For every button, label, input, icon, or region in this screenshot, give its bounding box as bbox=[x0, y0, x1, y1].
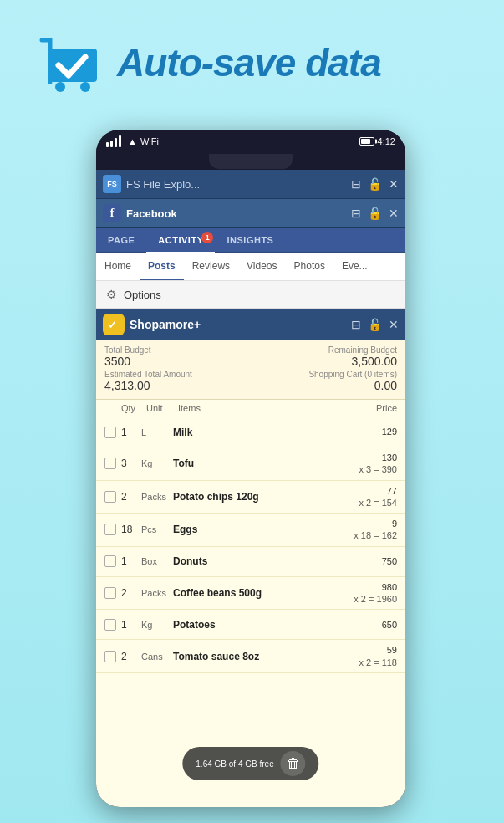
shopamore-tab-row[interactable]: ✓ Shopamore+ ⊟ 🔓 ✕ bbox=[96, 309, 405, 340]
item-checkbox-8[interactable] bbox=[104, 651, 116, 662]
shopping-cart-value: 0.00 bbox=[251, 379, 397, 392]
app-header: Auto-save data bbox=[0, 0, 504, 117]
item-checkbox-6[interactable] bbox=[104, 587, 116, 599]
fb-tab-title: Facebook bbox=[126, 207, 346, 220]
svg-point-1 bbox=[55, 82, 65, 92]
battery-icon bbox=[359, 137, 374, 146]
fs-tab-icon: FS bbox=[103, 175, 121, 193]
shopamore-tab-icon: ✓ bbox=[103, 314, 125, 335]
item-qty-3: 2 bbox=[121, 491, 141, 503]
fb-lock-icon[interactable]: 🔓 bbox=[368, 207, 382, 220]
list-item[interactable]: 3 Kg Tofu 130 x 3 = 390 bbox=[96, 447, 405, 481]
fs-tab-title: FS File Explo... bbox=[126, 178, 346, 191]
item-price-1: 129 bbox=[347, 426, 397, 437]
facebook-tab-row[interactable]: f Facebook ⊟ 🔓 ✕ bbox=[96, 199, 405, 228]
status-bar: ▲ WiFi 4:12 bbox=[96, 130, 405, 153]
item-checkbox-3[interactable] bbox=[104, 491, 116, 503]
nav-reviews[interactable]: Reviews bbox=[184, 253, 238, 280]
svg-point-2 bbox=[80, 82, 90, 92]
estimated-total-label: Estimated Total Amount bbox=[104, 370, 251, 379]
item-checkbox-1[interactable] bbox=[104, 427, 116, 438]
activity-badge: 1 bbox=[201, 232, 213, 243]
item-qty-5: 1 bbox=[121, 555, 141, 567]
status-right: 4:12 bbox=[359, 136, 395, 146]
notch-area bbox=[96, 153, 405, 170]
item-name-6: Coffee beans 500g bbox=[173, 587, 347, 599]
list-item[interactable]: 18 Pcs Eggs 9 x 18 = 162 bbox=[96, 514, 405, 547]
fb-minimize-icon[interactable]: ⊟ bbox=[351, 207, 361, 220]
item-qty-4: 18 bbox=[121, 524, 141, 535]
item-price-3: 77 x 2 = 154 bbox=[347, 485, 397, 509]
estimated-total-col: Estimated Total Amount 4,313.00 bbox=[104, 370, 251, 392]
trash-icon[interactable]: 🗑 bbox=[281, 751, 306, 776]
budget-row-2: Estimated Total Amount 4,313.00 Shopping… bbox=[104, 370, 397, 392]
item-unit-6: Packs bbox=[141, 588, 173, 598]
nav-posts[interactable]: Posts bbox=[140, 253, 184, 280]
shop-close-icon[interactable]: ✕ bbox=[389, 318, 399, 331]
phone-mockup: ▲ WiFi 4:12 FS FS File Explo... ⊟ 🔓 ✕ bbox=[96, 130, 405, 807]
item-name-5: Donuts bbox=[173, 555, 347, 567]
item-name-2: Tofu bbox=[173, 458, 347, 469]
list-item[interactable]: 2 Packs Coffee beans 500g 980 x 2 = 1960 bbox=[96, 577, 405, 611]
col-header-qty: Qty bbox=[121, 403, 146, 413]
nav-videos[interactable]: Videos bbox=[238, 253, 285, 280]
budget-row-1: Total Budget 3500 Remaining Budget 3,500… bbox=[104, 345, 397, 368]
tab-page[interactable]: PAGE bbox=[96, 228, 146, 252]
item-checkbox-5[interactable] bbox=[104, 555, 116, 567]
item-price-8: 59 x 2 = 118 bbox=[347, 644, 397, 668]
fs-tab-controls: ⊟ 🔓 ✕ bbox=[351, 177, 399, 191]
item-checkbox-7[interactable] bbox=[104, 619, 116, 631]
options-row[interactable]: ⚙ Options bbox=[96, 281, 405, 309]
item-unit-7: Kg bbox=[141, 620, 173, 630]
total-budget-label: Total Budget bbox=[104, 345, 251, 355]
fs-lock-icon[interactable]: 🔓 bbox=[368, 177, 382, 191]
nav-more[interactable]: Eve... bbox=[333, 253, 376, 280]
phone-content: FS FS File Explo... ⊟ 🔓 ✕ f Facebook ⊟ 🔓… bbox=[96, 170, 405, 807]
storage-overlay: 1.64 GB of 4 GB free 🗑 bbox=[182, 747, 318, 780]
item-checkbox-4[interactable] bbox=[104, 524, 116, 535]
list-item[interactable]: 1 Kg Potatoes 650 bbox=[96, 610, 405, 640]
table-header: Qty Unit Items Price bbox=[96, 400, 405, 417]
item-unit-4: Pcs bbox=[141, 524, 173, 534]
fs-close-icon[interactable]: ✕ bbox=[389, 177, 399, 191]
item-name-4: Eggs bbox=[173, 524, 347, 535]
shop-lock-icon[interactable]: 🔓 bbox=[368, 318, 382, 331]
item-name-1: Milk bbox=[173, 427, 347, 438]
svg-text:✓: ✓ bbox=[108, 319, 117, 331]
options-label: Options bbox=[124, 289, 161, 301]
total-budget-col: Total Budget 3500 bbox=[104, 345, 251, 368]
tab-activity[interactable]: ACTIVITY 1 bbox=[146, 228, 215, 253]
list-item[interactable]: 1 L Milk 129 bbox=[96, 417, 405, 447]
shopamore-content: Total Budget 3500 Remaining Budget 3,500… bbox=[96, 340, 405, 807]
col-header-price: Price bbox=[347, 403, 397, 413]
remaining-budget-col: Remaining Budget 3,500.00 bbox=[251, 345, 397, 368]
item-price-7: 650 bbox=[347, 619, 397, 631]
notch bbox=[209, 154, 293, 169]
storage-text: 1.64 GB of 4 GB free bbox=[196, 759, 273, 769]
fs-minimize-icon[interactable]: ⊟ bbox=[351, 177, 361, 191]
remaining-budget-label: Remaining Budget bbox=[251, 345, 397, 355]
nav-photos[interactable]: Photos bbox=[286, 253, 333, 280]
status-time: 4:12 bbox=[378, 136, 395, 146]
list-item[interactable]: 1 Box Donuts 750 bbox=[96, 547, 405, 577]
item-qty-1: 1 bbox=[121, 427, 141, 438]
fs-tab-row[interactable]: FS FS File Explo... ⊟ 🔓 ✕ bbox=[96, 170, 405, 199]
list-item[interactable]: 2 Packs Potato chips 120g 77 x 2 = 154 bbox=[96, 481, 405, 514]
fb-close-icon[interactable]: ✕ bbox=[389, 207, 399, 220]
fb-page-tab-bar: PAGE ACTIVITY 1 INSIGHTS bbox=[96, 228, 405, 253]
item-checkbox-2[interactable] bbox=[104, 458, 116, 469]
item-price-5: 750 bbox=[347, 555, 397, 567]
shopamore-tab-controls: ⊟ 🔓 ✕ bbox=[351, 318, 399, 331]
fb-content: PAGE ACTIVITY 1 INSIGHTS Home Posts Revi… bbox=[96, 228, 405, 309]
item-name-3: Potato chips 120g bbox=[173, 491, 347, 503]
col-header-unit: Unit bbox=[146, 403, 178, 413]
tab-insights[interactable]: INSIGHTS bbox=[215, 228, 285, 252]
app-title: Auto-save data bbox=[117, 40, 381, 85]
shopamore-tab-title: Shopamore+ bbox=[130, 318, 346, 331]
item-qty-6: 2 bbox=[121, 587, 141, 599]
nav-home[interactable]: Home bbox=[96, 253, 140, 280]
shop-minimize-icon[interactable]: ⊟ bbox=[351, 318, 361, 331]
list-item[interactable]: 2 Cans Tomato sauce 8oz 59 x 2 = 118 bbox=[96, 640, 405, 673]
item-qty-8: 2 bbox=[121, 651, 141, 662]
item-price-4: 9 x 18 = 162 bbox=[347, 518, 397, 542]
